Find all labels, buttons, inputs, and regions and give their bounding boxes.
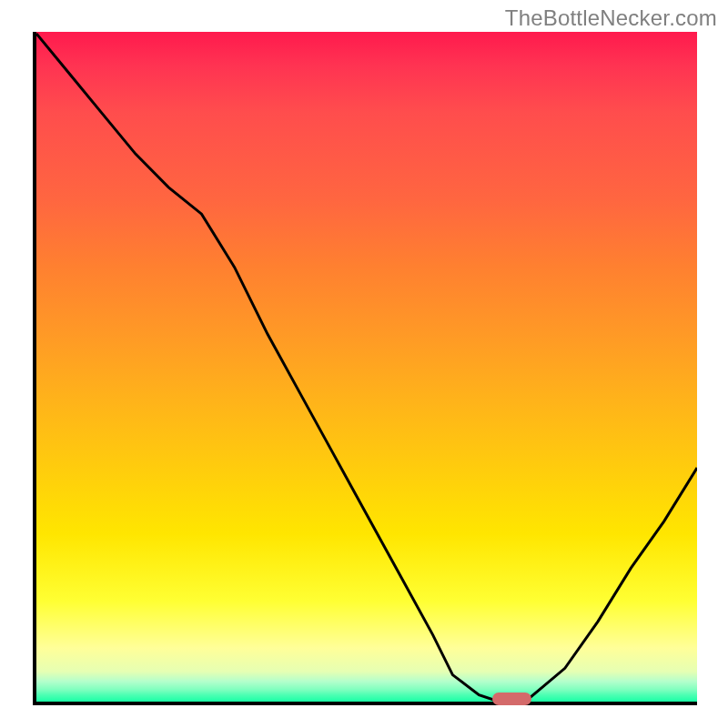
chart-container: TheBottleNecker.com (0, 0, 728, 728)
watermark-label: TheBottleNecker.com (505, 5, 717, 31)
plot-area (33, 32, 697, 705)
optimum-marker (492, 693, 532, 705)
bottleneck-curve (36, 32, 697, 702)
